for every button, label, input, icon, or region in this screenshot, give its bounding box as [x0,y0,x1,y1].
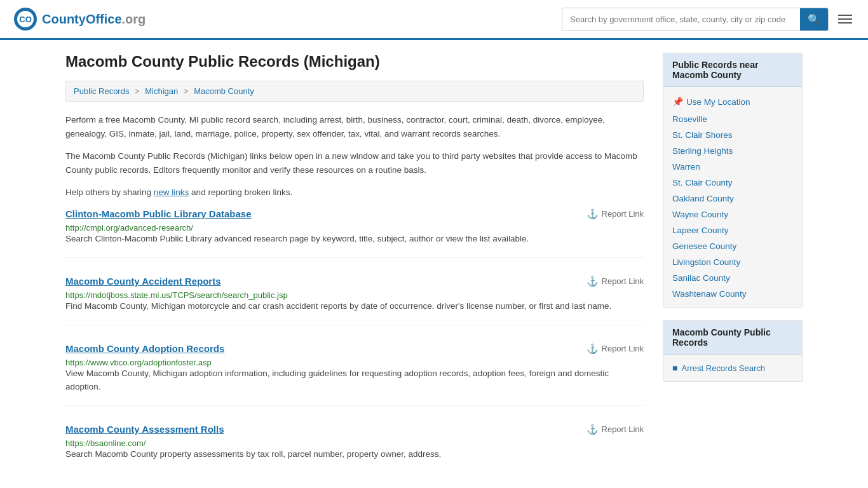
search-input[interactable] [562,10,800,29]
record-item-0: Clinton-Macomb Public Library Database ⚓… [65,208,644,258]
sidebar-item-lapeercounty[interactable]: Lapeer County [663,222,802,238]
svg-text:CO: CO [19,15,32,24]
search-box: 🔍 [562,8,829,31]
report-link-3[interactable]: ⚓ Report Link [587,424,644,435]
nearby-section: Public Records near Macomb County 📌 Use … [663,53,803,308]
record-desc-3: Search Macomb County property assessment… [65,448,644,461]
nearby-list: 📌 Use My Location Roseville St. Clair Sh… [663,87,802,307]
sidebar-item-washtenawcounty[interactable]: Washtenaw County [663,286,802,302]
sidebar-records-item-0[interactable]: ■ Arrest Records Search [663,360,802,376]
sidebar-item-waynecounty[interactable]: Wayne County [663,207,802,222]
breadcrumb-macomb[interactable]: Macomb County [194,86,254,96]
description-3: Help others by sharing new links and rep… [65,186,644,200]
pin-icon: 📌 [672,97,683,107]
main-container: Macomb County Public Records (Michigan) … [53,40,815,488]
record-title-3[interactable]: Macomb County Assessment Rolls [65,424,224,435]
record-url-2[interactable]: https://www.vbco.org/adoptionfoster.asp [65,358,212,367]
record-header-3: Macomb County Assessment Rolls ⚓ Report … [65,424,644,435]
record-header-0: Clinton-Macomb Public Library Database ⚓… [65,208,644,220]
sidebar-item-warren[interactable]: Warren [663,159,802,175]
report-icon-2: ⚓ [587,343,599,355]
record-desc-2: View Macomb County, Michigan adoption in… [65,367,644,394]
sidebar: Public Records near Macomb County 📌 Use … [663,53,803,488]
report-link-0[interactable]: ⚓ Report Link [587,208,644,220]
record-title-2[interactable]: Macomb County Adoption Records [65,343,224,354]
main-content: Macomb County Public Records (Michigan) … [65,53,644,488]
record-title-1[interactable]: Macomb County Accident Reports [65,276,220,287]
description-1: Perform a free Macomb County, MI public … [65,113,644,140]
logo-icon: CO [13,6,38,32]
sidebar-item-stclaircounty[interactable]: St. Clair County [663,175,802,191]
header-right: 🔍 [562,8,855,31]
logo[interactable]: CO CountyOffice.org [13,6,146,32]
search-icon: 🔍 [808,14,820,25]
page-title: Macomb County Public Records (Michigan) [65,53,644,71]
breadcrumb-michigan[interactable]: Michigan [145,86,178,96]
report-icon-3: ⚓ [587,424,599,435]
record-item-3: Macomb County Assessment Rolls ⚓ Report … [65,424,644,473]
nearby-header: Public Records near Macomb County [663,53,802,87]
record-desc-0: Search Clinton-Macomb Public Library adv… [65,233,644,246]
site-header: CO CountyOffice.org 🔍 [0,0,868,40]
report-link-2[interactable]: ⚓ Report Link [587,343,644,355]
records-section: Macomb County Public Records ■ Arrest Re… [663,320,803,382]
logo-text: CountyOffice.org [42,12,146,27]
sidebar-item-roseville[interactable]: Roseville [663,111,802,127]
breadcrumb: Public Records > Michigan > Macomb Count… [65,81,644,102]
record-url-1[interactable]: https://mdotjboss.state.mi.us/TCPS/searc… [65,290,288,300]
breadcrumb-sep1: > [135,86,142,96]
record-desc-1: Find Macomb County, Michigan motorcycle … [65,300,644,313]
records-sidebar-list: ■ Arrest Records Search [663,355,802,381]
record-url-0[interactable]: http://cmpl.org/advanced-research/ [65,223,193,233]
sidebar-item-oaklandcounty[interactable]: Oakland County [663,191,802,207]
description-2: The Macomb County Public Records (Michig… [65,149,644,177]
record-header-1: Macomb County Accident Reports ⚓ Report … [65,276,644,287]
records-sidebar-header: Macomb County Public Records [663,321,802,355]
record-header-2: Macomb County Adoption Records ⚓ Report … [65,343,644,355]
sidebar-item-sterlingheights[interactable]: Sterling Heights [663,143,802,159]
search-button[interactable]: 🔍 [800,8,828,30]
sidebar-item-sanilaccounty[interactable]: Sanilac County [663,270,802,286]
sidebar-item-geneseecounty[interactable]: Genesee County [663,238,802,254]
menu-button[interactable] [835,11,855,27]
sidebar-item-livingstoncounty[interactable]: Livingston County [663,254,802,270]
breadcrumb-public-records[interactable]: Public Records [74,86,129,96]
report-icon-0: ⚓ [587,208,599,220]
record-title-0[interactable]: Clinton-Macomb Public Library Database [65,208,252,219]
bullet-icon: ■ [672,363,677,373]
breadcrumb-sep2: > [184,86,191,96]
record-url-3[interactable]: https://bsaonline.com/ [65,438,146,448]
record-item-2: Macomb County Adoption Records ⚓ Report … [65,343,644,406]
use-location[interactable]: 📌 Use My Location [663,92,802,111]
report-icon-1: ⚓ [587,276,599,287]
report-link-1[interactable]: ⚓ Report Link [587,276,644,287]
new-links-link[interactable]: new links [154,187,189,197]
record-item-1: Macomb County Accident Reports ⚓ Report … [65,276,644,325]
sidebar-item-stclairshores[interactable]: St. Clair Shores [663,127,802,143]
